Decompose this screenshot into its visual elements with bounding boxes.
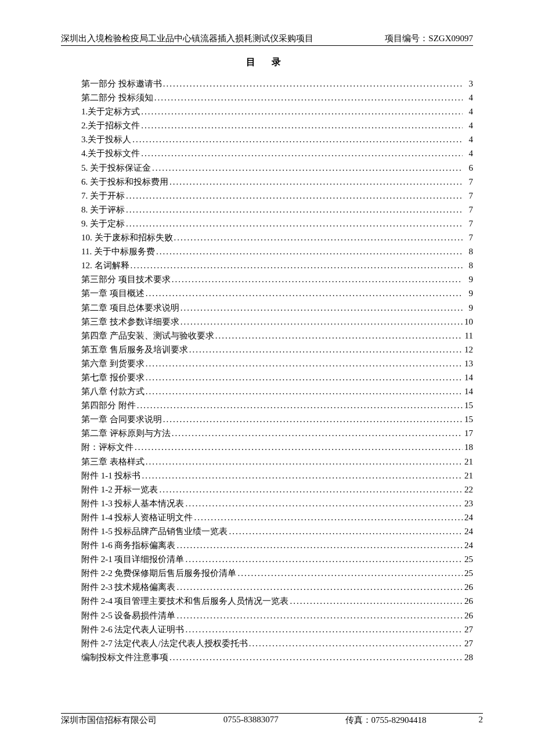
toc-entry-page: 3 — [463, 77, 473, 91]
toc-entry-label: 第二部分 投标须知 — [81, 91, 153, 105]
toc-leader-dots — [134, 440, 463, 454]
toc-entry-page: 18 — [463, 440, 473, 454]
toc-entry-label: 附件 1-3 投标人基本情况表 — [81, 496, 185, 510]
toc-leader-dots — [179, 315, 463, 329]
toc-entry-label: 第三章 表格样式 — [81, 455, 145, 469]
toc-entry-label: 附件 1-6 商务指标偏离表 — [81, 538, 176, 552]
toc-leader-dots — [140, 146, 463, 160]
toc-entry-page: 4 — [463, 91, 473, 105]
toc-entry-label: 第八章 付款方式 — [81, 384, 145, 398]
toc-leader-dots — [162, 77, 463, 91]
toc-entry-page: 13 — [463, 357, 473, 370]
toc-entry-label: 第一章 合同要求说明 — [81, 412, 162, 426]
toc-entry-page: 21 — [463, 469, 473, 483]
toc-row: 第五章 售后服务及培训要求 12 — [81, 343, 473, 357]
toc-entry-page: 12 — [463, 343, 473, 357]
toc-row: 12. 名词解释 8 — [81, 258, 473, 272]
toc-entry-label: 3.关于投标人 — [81, 132, 131, 146]
toc-row: 编制投标文件注意事项 28 — [81, 650, 473, 664]
toc-leader-dots — [228, 524, 463, 538]
toc-row: 第一章 项目概述 9 — [81, 286, 473, 300]
toc-entry-page: 9 — [463, 301, 473, 315]
toc-entry-page: 8 — [463, 244, 473, 258]
toc-leader-dots — [125, 203, 463, 217]
toc-entry-label: 第六章 到货要求 — [81, 357, 145, 370]
toc-entry-label: 5. 关于投标保证金 — [81, 161, 151, 175]
toc-row: 第一章 合同要求说明 15 — [81, 412, 473, 426]
toc-entry-page: 4 — [463, 132, 473, 146]
toc-entry-page: 22 — [463, 483, 473, 496]
toc-entry-label: 附件 2-2 免费保修期后售后服务报价清单 — [81, 566, 237, 580]
toc-entry-label: 第一章 项目概述 — [81, 286, 145, 300]
toc-row: 1.关于定标方式 4 — [81, 105, 473, 118]
toc-entry-label: 7. 关于开标 — [81, 189, 125, 203]
toc-entry-label: 第五章 售后服务及培训要求 — [81, 343, 188, 357]
toc-title: 目 录 — [61, 56, 473, 69]
toc-entry-label: 10. 关于废标和招标失败 — [81, 231, 173, 244]
toc-entry-page: 23 — [463, 496, 473, 510]
table-of-contents: 第一部分 投标邀请书 3第二部分 投标须知 41.关于定标方式 42.关于招标文… — [61, 77, 473, 664]
header-code-value: SZGX09097 — [428, 34, 473, 43]
toc-entry-label: 11. 关于中标服务费 — [81, 244, 155, 258]
toc-row: 11. 关于中标服务费 8 — [81, 244, 473, 258]
toc-row: 第六章 到货要求 13 — [81, 357, 473, 370]
header-project-title: 深圳出入境检验检疫局工业品中心镇流器插入损耗测试仪采购项目 — [61, 33, 313, 44]
toc-leader-dots — [151, 161, 463, 175]
toc-entry-page: 26 — [463, 580, 473, 594]
toc-entry-page: 11 — [463, 329, 473, 343]
toc-entry-page: 25 — [463, 552, 473, 566]
toc-row: 附件 1-5 投标品牌产品销售业绩一览表 24 — [81, 524, 473, 538]
toc-leader-dots — [289, 594, 463, 608]
toc-leader-dots — [141, 469, 463, 483]
toc-entry-label: 附：评标文件 — [81, 440, 134, 454]
toc-row: 第二章 项目总体要求说明 9 — [81, 301, 473, 315]
toc-entry-page: 15 — [463, 412, 473, 426]
toc-row: 10. 关于废标和招标失败 7 — [81, 231, 473, 244]
toc-entry-label: 第一部分 投标邀请书 — [81, 77, 162, 91]
toc-row: 第四部分 附件 15 — [81, 398, 473, 412]
toc-row: 第一部分 投标邀请书 3 — [81, 77, 473, 91]
toc-leader-dots — [185, 622, 463, 636]
toc-entry-label: 附件 2-6 法定代表人证明书 — [81, 622, 185, 636]
toc-row: 第三部分 项目技术要求 9 — [81, 272, 473, 286]
toc-entry-label: 第七章 报价要求 — [81, 370, 145, 384]
toc-leader-dots — [168, 175, 463, 189]
toc-row: 附件 2-1 项目详细报价清单 25 — [81, 552, 473, 566]
page-footer: 深圳市国信招标有限公司 0755-83883077 传真：0755-829044… — [61, 713, 483, 726]
toc-leader-dots — [185, 552, 463, 566]
toc-entry-label: 附件 1-5 投标品牌产品销售业绩一览表 — [81, 524, 228, 538]
toc-row: 第三章 技术参数详细要求 10 — [81, 315, 473, 329]
toc-entry-page: 17 — [463, 426, 473, 440]
toc-leader-dots — [188, 343, 463, 357]
toc-leader-dots — [168, 650, 463, 664]
toc-entry-page: 21 — [463, 455, 473, 469]
toc-row: 2.关于招标文件 4 — [81, 118, 473, 132]
toc-leader-dots — [237, 566, 463, 580]
toc-leader-dots — [214, 329, 463, 343]
toc-row: 附件 2-6 法定代表人证明书 27 — [81, 622, 473, 636]
toc-leader-dots — [176, 538, 463, 552]
toc-row: 第二部分 投标须知 4 — [81, 91, 473, 105]
toc-row: 第八章 付款方式 14 — [81, 384, 473, 398]
toc-leader-dots — [131, 132, 463, 146]
toc-leader-dots — [140, 105, 463, 118]
toc-row: 4.关于投标文件 4 — [81, 146, 473, 160]
toc-entry-page: 6 — [463, 161, 473, 175]
toc-entry-page: 26 — [463, 594, 473, 608]
toc-leader-dots — [158, 483, 463, 496]
toc-entry-page: 7 — [463, 231, 473, 244]
toc-entry-page: 14 — [463, 384, 473, 398]
toc-entry-label: 第三章 技术参数详细要求 — [81, 315, 179, 329]
toc-entry-page: 4 — [463, 105, 473, 118]
toc-row: 附件 2-3 技术规格偏离表 26 — [81, 580, 473, 594]
toc-leader-dots — [179, 301, 463, 315]
toc-leader-dots — [145, 370, 463, 384]
toc-leader-dots — [248, 636, 463, 650]
footer-phone: 0755-83883077 — [223, 715, 279, 726]
toc-entry-label: 编制投标文件注意事项 — [81, 650, 168, 664]
toc-leader-dots — [176, 609, 463, 622]
toc-entry-page: 24 — [463, 510, 473, 524]
toc-entry-label: 附件 1-2 开标一览表 — [81, 483, 158, 496]
header-project-code: 项目编号：SZGX09097 — [385, 33, 473, 44]
toc-entry-page: 28 — [463, 650, 473, 664]
